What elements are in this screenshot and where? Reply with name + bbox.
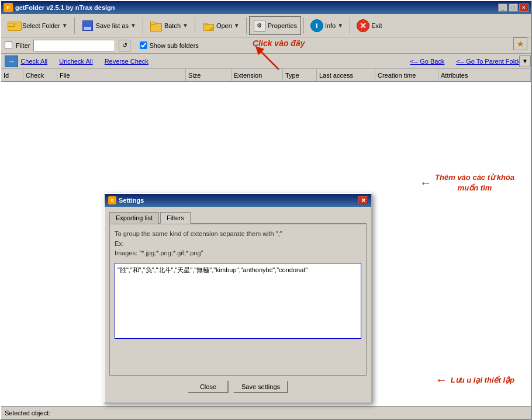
col-type-header: Type [283,69,317,81]
dialog-footer: Close Save settings [109,376,367,398]
select-folder-button[interactable]: Select Folder ▼ [4,16,72,35]
dialog-icon: S [108,196,116,204]
exit-button[interactable]: ✕ Exit [353,16,386,35]
save-list-button[interactable]: Save list as ▼ [77,16,140,35]
reverse-check-link[interactable]: Reverse Check [105,58,148,65]
col-file-header: File [57,69,186,81]
dialog-info-text: To group the same kind of extension sepa… [115,229,361,258]
toolbar-sep-6 [350,18,350,34]
title-bar: F getFolder v2.5.1 by nTrax design _ □ ✕ [1,1,531,14]
save-left-arrow-icon: ← [436,373,447,387]
batch-icon [150,19,163,32]
open-icon [202,19,215,32]
save-annotation: ← Lưu u lại thiết lập [436,373,514,387]
open-label: Open [216,22,232,29]
filter-checkbox[interactable] [5,41,12,49]
add-keywords-annotation: ← Thêm vào các từ khóamuốn tìm [420,172,514,193]
select-folder-dropdown[interactable]: ▼ [62,22,68,29]
close-window-button[interactable]: ✕ [519,4,528,12]
toolbar-sep-2 [143,18,143,34]
col-size-header: Size [186,69,232,81]
minimize-button[interactable]: _ [498,4,507,12]
toolbar-sep-5 [303,18,304,34]
info-dropdown[interactable]: ▼ [337,22,343,29]
settings-dialog: S Settings ✕ Exporting list Filters [103,193,372,404]
col-attributes-header: Attributes [438,69,531,81]
open-dropdown[interactable]: ▼ [234,22,240,29]
app-icon: F [4,3,13,12]
info-icon: i [310,19,323,32]
dialog-title-bar: S Settings ✕ [105,194,371,207]
col-creation-time-header: Creation time [375,69,438,81]
open-button[interactable]: Open ▼ [198,16,244,35]
go-to-parent-link[interactable]: <-- Go To Parent Folder [456,58,524,65]
exit-label: Exit [371,22,382,29]
check-all-link[interactable]: Check All [20,58,47,65]
star-button[interactable]: ★ [513,37,527,50]
save-list-dropdown[interactable]: ▼ [130,22,136,29]
maximize-button[interactable]: □ [509,4,518,12]
nav-forward-button[interactable]: → [5,55,18,67]
info-line2: Ex: [115,240,124,247]
svg-line-1 [258,49,279,70]
show-subfolders-checkbox[interactable] [140,41,147,49]
window-title: getFolder v2.5.1 by nTrax design [15,4,115,11]
dialog-tab-content: To group the same kind of extension sepa… [109,224,367,376]
info-line1: To group the same kind of extension sepa… [115,230,282,237]
filter-input[interactable] [33,40,115,51]
batch-dropdown[interactable]: ▼ [182,22,188,29]
folder-icon [8,19,20,32]
tab-filters[interactable]: Filters [160,212,191,224]
tab-exporting-list[interactable]: Exporting list [109,212,159,224]
properties-icon: ⚙ [253,19,266,32]
main-window: F getFolder v2.5.1 by nTrax design _ □ ✕… [0,0,532,420]
save-settings-text: Lưu u lại thiết lập [451,376,514,384]
dialog-close-x-button[interactable]: ✕ [358,196,368,204]
save-settings-button[interactable]: Save settings [233,380,288,393]
save-icon [81,19,94,32]
col-check-header: Check [23,69,57,81]
arrow-svg [247,37,282,72]
col-last-access-header: Last access [317,69,375,81]
exit-icon: ✕ [357,19,369,32]
toolbar-sep-3 [195,18,195,34]
status-bar: Selected object: [1,406,531,419]
properties-arrow [247,37,282,74]
nav-dropdown-button[interactable]: ▼ [519,55,531,67]
toolbar: Select Folder ▼ Save list as ▼ Batc [1,14,531,37]
info-button[interactable]: i Info ▼ [306,16,347,35]
batch-label: Batch [164,22,181,29]
window-controls: _ □ ✕ [498,4,528,12]
save-list-label: Save list as [96,22,129,29]
go-back-link[interactable]: <-- Go Back [410,58,444,65]
add-keywords-text: Thêm vào các từ khóamuốn tìm [435,172,514,193]
filter-refresh-button[interactable]: ↺ [119,40,130,51]
toolbar-sep-1 [74,18,75,34]
uncheck-all-link[interactable]: Uncheck All [59,58,92,65]
dialog-body: Exporting list Filters To group the same… [105,207,371,402]
main-content-area: S Settings ✕ Exporting list Filters [1,82,531,419]
show-subfolders-label: Show sub folders [149,42,198,49]
left-arrow-icon: ← [420,176,431,190]
info-line3: Images: "*.jpg;*.png;*.gif;*.png" [115,249,203,256]
info-label: Info [325,22,336,29]
filter-label: Filter [16,42,30,49]
select-folder-label: Select Folder [22,22,60,29]
dialog-tab-bar: Exporting list Filters [109,211,367,224]
dialog-title: Settings [119,197,144,204]
filter-keywords-textarea[interactable] [115,263,361,339]
batch-button[interactable]: Batch ▼ [146,16,192,35]
col-id-header: Id [1,69,23,81]
properties-label: Properties [268,22,297,29]
properties-button[interactable]: ⚙ Properties [249,16,301,35]
status-text: Selected object: [5,409,50,416]
toolbar-sep-4 [246,18,247,34]
close-button[interactable]: Close [188,380,229,393]
